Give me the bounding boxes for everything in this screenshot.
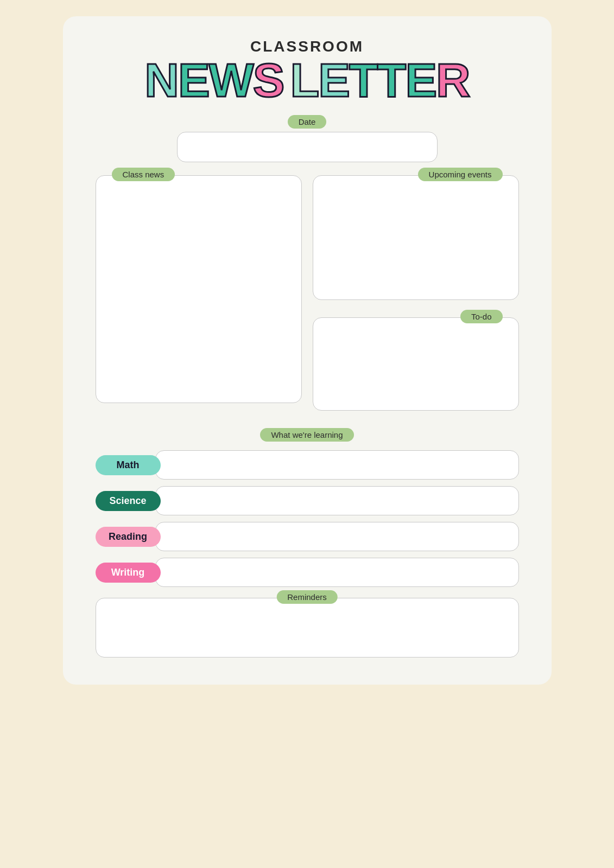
letter-E2: E: [318, 56, 349, 104]
header: CLASSROOM N E W S L E T T E R: [96, 38, 519, 104]
learning-section: What we're learning Math Science Reading…: [96, 428, 519, 587]
todo-wrapper: To-do: [313, 317, 519, 411]
letter-T1: T: [349, 56, 377, 104]
science-row: Science: [96, 486, 519, 515]
upcoming-events-label: Upcoming events: [418, 168, 503, 181]
reminders-label: Reminders: [276, 590, 338, 604]
writing-row: Writing: [96, 558, 519, 587]
class-news-field[interactable]: [96, 175, 302, 403]
reminders-field[interactable]: [96, 598, 519, 658]
letter-N: N: [144, 56, 178, 104]
date-field[interactable]: [177, 132, 438, 162]
letter-T2: T: [377, 56, 406, 104]
letter-E1: E: [178, 56, 209, 104]
class-news-column: Class news: [96, 175, 302, 419]
writing-pill: Writing: [96, 563, 161, 583]
science-pill: Science: [96, 491, 161, 511]
letter-W: W: [209, 56, 253, 104]
letter-S: S: [253, 56, 284, 104]
class-news-label: Class news: [112, 168, 175, 181]
writing-field[interactable]: [155, 558, 519, 587]
letter-E3: E: [405, 56, 436, 104]
upcoming-events-wrapper: Upcoming events: [313, 175, 519, 300]
page: CLASSROOM N E W S L E T T E R Date Class…: [63, 16, 552, 685]
reading-row: Reading: [96, 522, 519, 551]
todo-field[interactable]: [313, 317, 519, 411]
math-pill: Math: [96, 455, 161, 475]
right-column: Upcoming events To-do: [313, 175, 519, 419]
class-news-wrapper: Class news: [96, 175, 302, 403]
reminders-wrapper: Reminders: [96, 598, 519, 658]
learning-label: What we're learning: [260, 428, 353, 442]
letter-L: L: [290, 56, 318, 104]
math-row: Math: [96, 450, 519, 480]
reading-pill: Reading: [96, 527, 161, 547]
date-section: Date: [96, 115, 519, 162]
newsletter-title: N E W S L E T T E R: [96, 56, 519, 104]
upcoming-events-field[interactable]: [313, 175, 519, 300]
math-field[interactable]: [155, 450, 519, 480]
todo-label: To-do: [460, 310, 503, 323]
letter-R: R: [436, 56, 470, 104]
learning-header: What we're learning: [96, 428, 519, 442]
two-column-section: Class news Upcoming events To-do: [96, 175, 519, 419]
date-label: Date: [288, 115, 327, 129]
reading-field[interactable]: [155, 522, 519, 551]
science-field[interactable]: [155, 486, 519, 515]
